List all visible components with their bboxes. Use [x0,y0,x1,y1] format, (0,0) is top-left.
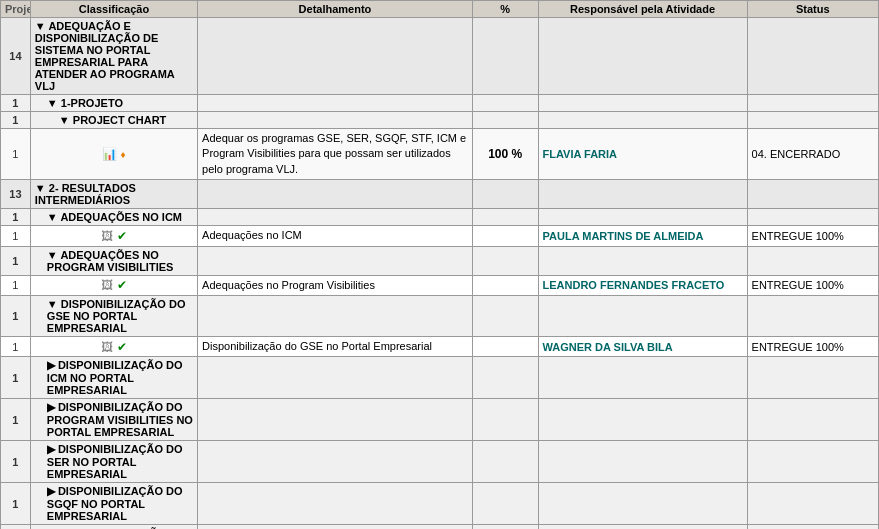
row-classif[interactable]: ▼ ADEQUAÇÃO E DISPONIBILIZAÇÃO DE SISTEM… [30,18,197,95]
row-classif: 🖼︎ ✔ [30,226,197,246]
row-resp[interactable]: PAULA MARTINS DE ALMEIDA [538,226,747,246]
row-pct [472,112,538,129]
row-classif[interactable]: ▶ DISPONIBILIZAÇÃO DO PROGRAM VISIBILITI… [30,399,197,441]
row-pct [472,95,538,112]
row-status [747,357,878,399]
row-classif[interactable]: ▶ DISPONIBILIZAÇÃO DO ICM NO PORTAL EMPR… [30,357,197,399]
row-detal [198,441,473,483]
row-status [747,180,878,209]
row-resp[interactable]: WAGNER DA SILVA BILA [538,336,747,356]
row-status [747,399,878,441]
row-num: 1 [1,399,31,441]
row-num: 1 [1,95,31,112]
row-resp[interactable] [538,295,747,336]
row-pct [472,295,538,336]
row-resp[interactable] [538,18,747,95]
row-num: 1 [1,295,31,336]
check-icon: ✔ [117,340,127,354]
check-icon: ✔ [117,278,127,292]
img-icon: 🖼︎ [101,229,113,243]
header-detal: Detalhamento [198,1,473,18]
row-status [747,112,878,129]
row-pct [472,209,538,226]
row-resp[interactable] [538,357,747,399]
row-classif[interactable]: ▼ 1-PROJETO [30,95,197,112]
row-detal [198,112,473,129]
row-detal [198,95,473,112]
row-num: 1 [1,226,31,246]
row-detal: Adequações no ICM [198,226,473,246]
check-icon: ✔ [117,229,127,243]
img-icon: 🖼︎ [101,340,113,354]
row-classif[interactable]: ▼ DISPONIBILIZAÇÃO DO STF NO PORTAL EMPR… [30,525,197,529]
row-pct [472,357,538,399]
row-num: 1 [1,336,31,356]
row-pct [472,246,538,275]
row-detal [198,180,473,209]
row-status [747,95,878,112]
row-resp[interactable] [538,246,747,275]
row-pct [472,336,538,356]
row-resp[interactable] [538,180,747,209]
row-pct [472,226,538,246]
row-num: 1 [1,441,31,483]
row-status: 04. ENCERRADO [747,129,878,180]
row-status [747,441,878,483]
row-classif: 🖼︎ ✔ [30,275,197,295]
row-classif[interactable]: ▼ PROJECT CHART [30,112,197,129]
row-status [747,525,878,529]
row-num: 1 [1,112,31,129]
row-num: 14 [1,18,31,95]
row-detal [198,209,473,226]
row-num: 1 [1,246,31,275]
row-status [747,209,878,226]
row-resp[interactable] [538,209,747,226]
row-num: 1 [1,483,31,525]
row-status: ENTREGUE 100% [747,275,878,295]
row-resp[interactable] [538,441,747,483]
row-pct [472,180,538,209]
row-resp[interactable] [538,112,747,129]
header-classif: Classificação [30,1,197,18]
row-resp[interactable] [538,95,747,112]
row-detal [198,357,473,399]
row-num: 1 [1,525,31,529]
chart-icon: 📊 [102,147,117,161]
header-resp: Responsável pela Atividade [538,1,747,18]
row-num: 1 [1,209,31,226]
row-resp[interactable] [538,483,747,525]
row-num: 13 [1,180,31,209]
row-classif[interactable]: ▶ DISPONIBILIZAÇÃO DO SGQF NO PORTAL EMP… [30,483,197,525]
row-status: ENTREGUE 100% [747,226,878,246]
row-classif[interactable]: ▶ DISPONIBILIZAÇÃO DO SER NO PORTAL EMPR… [30,441,197,483]
row-detal: Disponibilização do GSE no Portal Empres… [198,336,473,356]
row-status [747,295,878,336]
header-status: Status [747,1,878,18]
row-classif[interactable]: ▼ DISPONIBILIZAÇÃO DO GSE NO PORTAL EMPR… [30,295,197,336]
row-pct [472,483,538,525]
row-classif[interactable]: ▼ ADEQUAÇÕES NO PROGRAM VISIBILITIES [30,246,197,275]
row-pct [472,275,538,295]
row-detal: Adequações no Program Visibilities [198,275,473,295]
diamond-icon: ♦ [120,149,125,160]
row-status [747,246,878,275]
row-detal [198,18,473,95]
row-resp[interactable] [538,399,747,441]
row-num: 1 [1,357,31,399]
row-pct [472,18,538,95]
row-status [747,18,878,95]
row-classif: 📊 ♦ [30,129,197,180]
row-resp[interactable] [538,525,747,529]
row-resp[interactable]: FLAVIA FARIA [538,129,747,180]
row-classif: 🖼︎ ✔ [30,336,197,356]
row-status: ENTREGUE 100% [747,336,878,356]
header-projeto: Projeto [1,1,31,18]
row-classif[interactable]: ▼ 2- RESULTADOS INTERMEDIÁRIOS [30,180,197,209]
row-pct: 100 % [472,129,538,180]
row-resp[interactable]: LEANDRO FERNANDES FRACETO [538,275,747,295]
row-detal [198,295,473,336]
row-pct [472,399,538,441]
header-pct: % [472,1,538,18]
row-status [747,483,878,525]
row-classif[interactable]: ▼ ADEQUAÇÕES NO ICM [30,209,197,226]
